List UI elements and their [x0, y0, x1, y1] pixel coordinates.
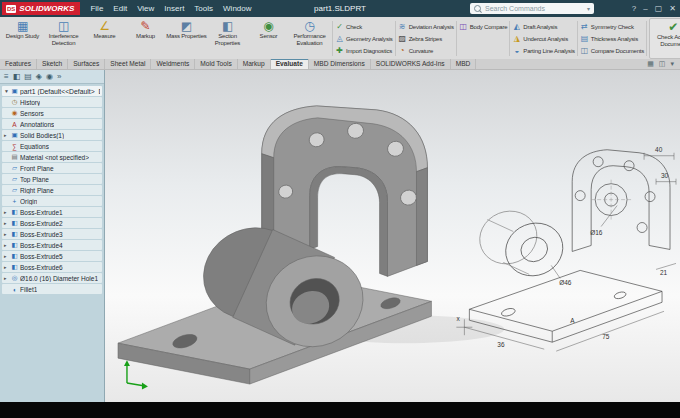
- boss-extrude-icon: ◧: [11, 230, 18, 238]
- section-properties-button[interactable]: ◧ Section Properties: [207, 18, 248, 59]
- commandmanager-tab[interactable]: Evaluate: [271, 59, 309, 69]
- chevron-right-icon[interactable]: »: [57, 72, 61, 81]
- tree-item-diameter-hole1[interactable]: ◎ Ø16.0 (16) Diameter Hole1: [2, 273, 102, 283]
- parting-line-analysis-button[interactable]: ◒Parting Line Analysis: [512, 45, 575, 56]
- viewport-canvas[interactable]: 40 30 Ø46 Ø16 21 36 75 A x: [105, 70, 680, 402]
- menu-item[interactable]: View: [132, 4, 159, 13]
- draft-analysis-button[interactable]: ◭Draft Analysis: [512, 21, 575, 32]
- tree-item-boss-extrude1[interactable]: ◧ Boss-Extrude1: [2, 207, 102, 217]
- commandmanager-tab[interactable]: MBD Dimensions: [309, 59, 371, 69]
- zebra-stripes-button[interactable]: ▨Zebra Stripes: [398, 33, 454, 44]
- chevron-down-icon[interactable]: ▾: [670, 60, 674, 68]
- tree-item-boss-extrude6[interactable]: ◧ Boss-Extrude6: [2, 262, 102, 272]
- expand-arrow-icon[interactable]: [4, 242, 9, 248]
- sensors-folder-icon: ◉: [11, 109, 18, 117]
- expand-arrow-icon[interactable]: [4, 209, 9, 215]
- commandmanager-tab[interactable]: Sheet Metal: [105, 59, 151, 69]
- tree-item-boss-extrude5[interactable]: ◧ Boss-Extrude5: [2, 251, 102, 261]
- tree-item-boss-extrude2[interactable]: ◧ Boss-Extrude2: [2, 218, 102, 228]
- window-controls: ?–▢✕: [632, 4, 676, 13]
- design-study-button[interactable]: ▦ Design Study: [2, 18, 43, 59]
- markup-button[interactable]: ✎ Markup: [125, 18, 166, 59]
- tree-item-annotations[interactable]: A Annotations: [2, 119, 102, 129]
- expand-arrow-icon[interactable]: [4, 220, 9, 226]
- commandmanager-tab[interactable]: SOLIDWORKS Add-Ins: [371, 59, 451, 69]
- minimize-icon[interactable]: –: [643, 4, 647, 13]
- check-active-document-button[interactable]: ✔ Check Active Document: [649, 18, 680, 59]
- tree-item-history[interactable]: ◷ History: [2, 97, 102, 107]
- dimxpert-manager-icon[interactable]: ◈: [36, 72, 42, 81]
- commandmanager-tab[interactable]: Surfaces: [68, 59, 105, 69]
- tree-item-front-plane[interactable]: ▱ Front Plane: [2, 163, 102, 173]
- menu-item[interactable]: Insert: [159, 4, 189, 13]
- expand-arrow-icon[interactable]: [4, 275, 9, 281]
- help-icon[interactable]: ?: [632, 4, 636, 13]
- symmetry-check-icon: ⇄: [580, 22, 589, 31]
- chevron-down-icon[interactable]: ▾: [587, 5, 590, 12]
- history-folder-icon: ◷: [11, 98, 18, 106]
- curvature-button[interactable]: ◔Curvature: [398, 45, 454, 56]
- check-button[interactable]: ✓Check: [335, 21, 393, 32]
- import-diagnostics-button[interactable]: ✚Import Diagnostics: [335, 45, 393, 56]
- featuremanager-tree-icon[interactable]: ≡: [4, 72, 9, 81]
- commandmanager-tab[interactable]: Mold Tools: [195, 59, 237, 69]
- graphics-viewport[interactable]: 40 30 Ø46 Ø16 21 36 75 A x: [105, 70, 680, 402]
- tree-item-top-plane[interactable]: ▱ Top Plane: [2, 174, 102, 184]
- expand-arrow-icon[interactable]: [4, 253, 9, 259]
- plane-icon: ▱: [11, 164, 18, 172]
- search-commands-box[interactable]: Search Commands ▾: [470, 3, 594, 14]
- import-diagnostics-icon: ✚: [335, 46, 344, 55]
- commandmanager-tab[interactable]: MBD: [451, 59, 477, 69]
- compare-documents-button[interactable]: ◫Compare Documents: [580, 45, 644, 56]
- measure-button[interactable]: ∠ Measure: [84, 18, 125, 59]
- display-manager-icon[interactable]: ◉: [46, 72, 53, 81]
- pane-split-icon[interactable]: ◫: [659, 60, 666, 68]
- tree-item-origin[interactable]: + Origin: [2, 196, 102, 206]
- tree-item-material[interactable]: ▤ Material <not specified>: [2, 152, 102, 162]
- model-arch-right-edge[interactable]: [416, 168, 427, 266]
- menu-bar: FileEditViewInsertToolsWindow: [85, 4, 256, 13]
- tree-item-boss-extrude4[interactable]: ◧ Boss-Extrude4: [2, 240, 102, 250]
- mass-properties-button[interactable]: ◩ Mass Properties: [166, 18, 207, 59]
- menu-item[interactable]: Edit: [108, 4, 132, 13]
- commandmanager-tab[interactable]: Weldments: [151, 59, 195, 69]
- menu-item[interactable]: Window: [218, 4, 256, 13]
- featuremanager-panel: ≡◧▤◈◉» ▼ ▣ part1 (Default<<Default>_Disp…: [0, 70, 105, 402]
- tree-item-right-plane[interactable]: ▱ Right Plane: [2, 185, 102, 195]
- expand-arrow-icon[interactable]: [4, 264, 9, 270]
- expand-arrow-icon[interactable]: [4, 132, 9, 138]
- tree-item-solid-bodies[interactable]: ▣ Solid Bodies(1): [2, 130, 102, 140]
- property-manager-icon[interactable]: ◧: [13, 72, 21, 81]
- commandmanager-tab[interactable]: Markup: [238, 59, 271, 69]
- commandmanager-tab[interactable]: Features: [0, 59, 37, 69]
- close-icon[interactable]: ✕: [669, 4, 676, 13]
- tree-item-boss-extrude3[interactable]: ◧ Boss-Extrude3: [2, 229, 102, 239]
- tree-root-part1[interactable]: ▼ ▣ part1 (Default<<Default>_Displ: [2, 86, 102, 96]
- undercut-analysis-button[interactable]: ◮Undercut Analysis: [512, 33, 575, 44]
- deviation-analysis-button[interactable]: ≋Deviation Analysis: [398, 21, 454, 32]
- menu-item[interactable]: Tools: [189, 4, 218, 13]
- expand-arrow-icon[interactable]: [4, 231, 9, 237]
- viewport-layout-icon[interactable]: ▦: [647, 60, 654, 68]
- body-compare-button[interactable]: ◫Body Compare: [459, 21, 508, 32]
- check-icon: ✓: [335, 22, 344, 31]
- chevron-down-icon[interactable]: ▼: [4, 88, 9, 94]
- interference-detection-button[interactable]: ◫ Interference Detection: [43, 18, 84, 59]
- ribbon-group-mold-analysis: ◭Draft Analysis◮Undercut Analysis◒Partin…: [512, 18, 575, 59]
- performance-evaluation-button[interactable]: ◷ Performance Evaluation: [289, 18, 330, 59]
- tree-item-fillet1[interactable]: ◖ Fillet1: [2, 284, 102, 294]
- maximize-icon[interactable]: ▢: [655, 4, 663, 13]
- ribbon-separator: [332, 21, 333, 56]
- search-icon: [474, 5, 481, 12]
- thickness-analysis-button[interactable]: ▤Thickness Analysis: [580, 33, 644, 44]
- tree-item-sensors[interactable]: ◉ Sensors: [2, 108, 102, 118]
- geometry-analysis-button[interactable]: ◬Geometry Analysis: [335, 33, 393, 44]
- geometry-analysis-icon: ◬: [335, 34, 344, 43]
- tree-item-equations[interactable]: ∑ Equations: [2, 141, 102, 151]
- configuration-manager-icon[interactable]: ▤: [24, 72, 32, 81]
- commandmanager-tab[interactable]: Sketch: [37, 59, 68, 69]
- plane-icon: ▱: [11, 186, 18, 194]
- symmetry-check-button[interactable]: ⇄Symmetry Check: [580, 21, 644, 32]
- sensor-button[interactable]: ◉ Sensor: [248, 18, 289, 59]
- menu-item[interactable]: File: [85, 4, 108, 13]
